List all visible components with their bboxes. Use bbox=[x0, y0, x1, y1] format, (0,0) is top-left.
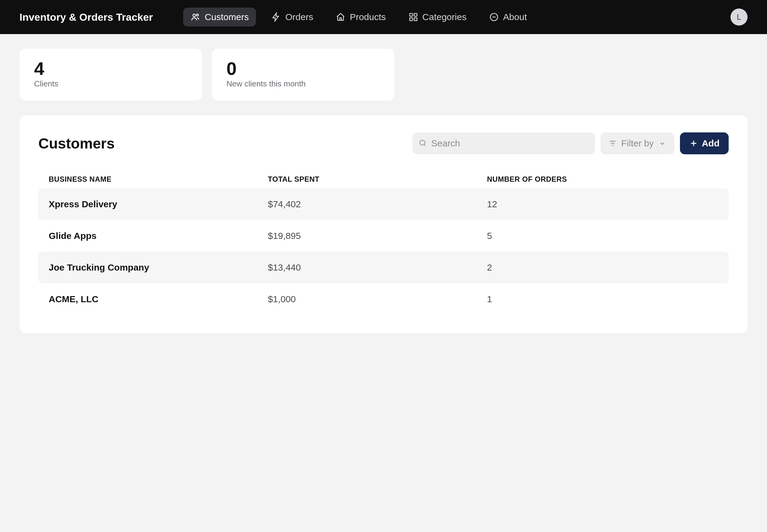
top-navbar: Inventory & Orders Tracker Customers Ord… bbox=[0, 0, 767, 34]
add-button[interactable]: Add bbox=[680, 132, 729, 154]
stat-value: 4 bbox=[34, 60, 187, 78]
cell-business-name: Joe Trucking Company bbox=[49, 262, 268, 273]
svg-rect-3 bbox=[414, 13, 417, 16]
avatar[interactable]: L bbox=[730, 9, 748, 26]
app-title: Inventory & Orders Tracker bbox=[19, 11, 153, 23]
filter-label: Filter by bbox=[621, 138, 654, 149]
svg-rect-5 bbox=[414, 18, 417, 21]
panel-actions: Filter by Add bbox=[412, 132, 729, 154]
tab-customers[interactable]: Customers bbox=[183, 8, 256, 26]
table-row[interactable]: Joe Trucking Company $13,440 2 bbox=[38, 252, 729, 283]
people-icon bbox=[191, 12, 200, 22]
stat-label: Clients bbox=[34, 79, 187, 89]
cell-orders: 5 bbox=[487, 231, 718, 241]
tab-products[interactable]: Products bbox=[328, 8, 393, 26]
cell-total-spent: $1,000 bbox=[268, 294, 487, 304]
tab-orders[interactable]: Orders bbox=[264, 8, 320, 26]
table-row[interactable]: ACME, LLC $1,000 1 bbox=[38, 283, 729, 315]
table-body: Xpress Delivery $74,402 12 Glide Apps $1… bbox=[38, 188, 729, 315]
avatar-initial: L bbox=[737, 12, 741, 22]
cell-orders: 1 bbox=[487, 294, 718, 304]
search-box[interactable] bbox=[412, 132, 595, 154]
table-header: BUSINESS NAME TOTAL SPENT NUMBER OF ORDE… bbox=[38, 170, 729, 188]
stat-card-new-clients: 0 New clients this month bbox=[212, 49, 394, 101]
search-icon bbox=[419, 139, 427, 148]
svg-point-0 bbox=[193, 14, 196, 17]
col-number-of-orders: NUMBER OF ORDERS bbox=[487, 175, 718, 184]
col-total-spent: TOTAL SPENT bbox=[268, 175, 487, 184]
col-business-name: BUSINESS NAME bbox=[49, 175, 268, 184]
search-input[interactable] bbox=[431, 138, 589, 149]
tab-about[interactable]: About bbox=[482, 8, 534, 26]
cell-business-name: ACME, LLC bbox=[49, 294, 268, 304]
svg-point-1 bbox=[197, 14, 198, 16]
tab-label: About bbox=[503, 12, 527, 22]
tab-label: Orders bbox=[285, 12, 313, 22]
stat-cards: 4 Clients 0 New clients this month bbox=[19, 49, 748, 101]
panel-title: Customers bbox=[38, 135, 412, 152]
panel-header: Customers Filter by bbox=[38, 132, 729, 154]
table-row[interactable]: Glide Apps $19,895 5 bbox=[38, 220, 729, 252]
add-label: Add bbox=[702, 138, 720, 149]
cell-orders: 2 bbox=[487, 262, 718, 273]
plus-icon bbox=[689, 139, 698, 148]
customers-panel: Customers Filter by bbox=[19, 115, 748, 333]
filter-icon bbox=[608, 139, 617, 148]
cell-total-spent: $13,440 bbox=[268, 262, 487, 273]
nav-tabs: Customers Orders Products Categories Abo bbox=[183, 8, 730, 26]
home-icon bbox=[336, 12, 345, 22]
svg-rect-2 bbox=[410, 13, 412, 16]
stat-label: New clients this month bbox=[226, 79, 380, 89]
cell-total-spent: $19,895 bbox=[268, 231, 487, 241]
grid-icon bbox=[408, 12, 418, 22]
svg-rect-4 bbox=[410, 18, 412, 21]
filter-button[interactable]: Filter by bbox=[601, 132, 674, 154]
tab-categories[interactable]: Categories bbox=[401, 8, 474, 26]
smile-icon bbox=[489, 12, 499, 22]
page-content: 4 Clients 0 New clients this month Custo… bbox=[0, 34, 767, 348]
tab-label: Customers bbox=[205, 12, 249, 22]
bolt-icon bbox=[271, 12, 281, 22]
customers-table: BUSINESS NAME TOTAL SPENT NUMBER OF ORDE… bbox=[38, 170, 729, 315]
svg-point-7 bbox=[420, 140, 425, 145]
cell-total-spent: $74,402 bbox=[268, 199, 487, 209]
stat-value: 0 bbox=[226, 60, 380, 78]
stat-card-clients: 4 Clients bbox=[19, 49, 202, 101]
chevron-down-icon bbox=[658, 139, 667, 148]
tab-label: Categories bbox=[422, 12, 467, 22]
cell-orders: 12 bbox=[487, 199, 718, 209]
cell-business-name: Xpress Delivery bbox=[49, 199, 268, 209]
table-row[interactable]: Xpress Delivery $74,402 12 bbox=[38, 188, 729, 220]
cell-business-name: Glide Apps bbox=[49, 231, 268, 241]
tab-label: Products bbox=[350, 12, 386, 22]
